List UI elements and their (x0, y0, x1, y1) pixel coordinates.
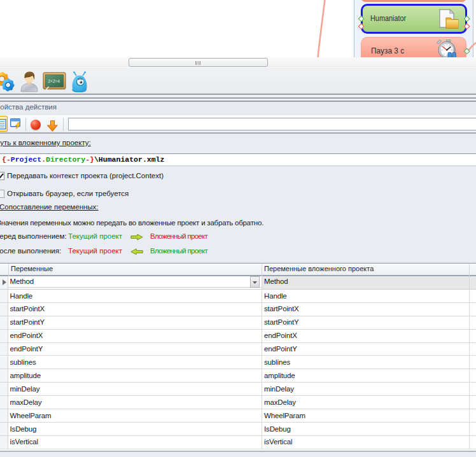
svg-text:2+2=4: 2+2=4 (48, 79, 60, 83)
